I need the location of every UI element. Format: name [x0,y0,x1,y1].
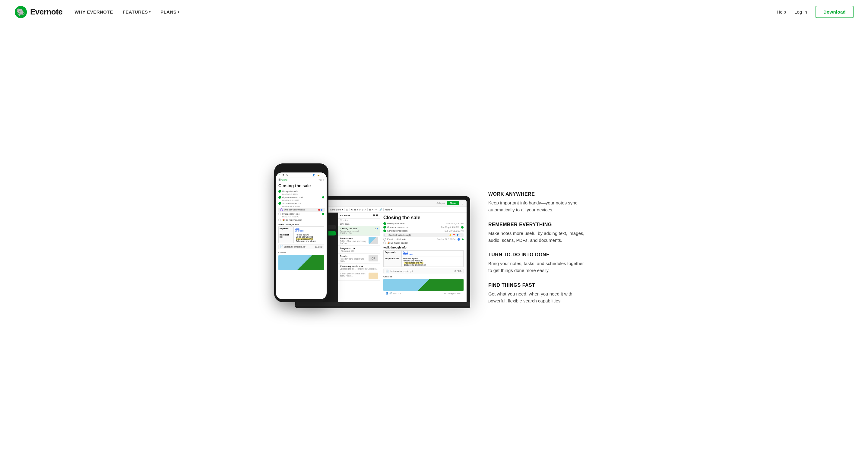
note-item-title-3: Programs ▲ ◉ [340,247,378,250]
phone-paperwork-content: Deed Bill of sale [294,227,324,233]
task-label-5: Finalize bill of sale [387,238,406,241]
note-item-dog[interactable]: 5 hours per day. Space hours apart. Plea… [338,272,380,281]
logo-area[interactable]: 🐘 Evernote [14,6,62,19]
phone-share-icon[interactable]: 🔒 [317,174,320,177]
bullet-list-icon[interactable]: ☰ [369,208,371,211]
phone-task-6[interactable]: 🎉 Do happy dance! [276,218,327,222]
filter-icon[interactable]: ⊟ [373,214,375,217]
sans-serif-selector[interactable]: Sans Serif [330,208,341,211]
phone-deed-link[interactable]: Deed [294,227,323,229]
table-row-paperwork: Paperwork Deed Bill of sale [384,251,464,257]
phone-task-cb-3[interactable] [278,202,281,205]
footer-user-name: Yuki T. [393,292,399,294]
highlight-color-icon[interactable]: A [365,208,366,211]
indent-icon[interactable]: ⇥ [375,208,377,211]
more-format-button[interactable]: More [385,208,390,211]
task-bell-icon[interactable]: 🔔 [449,234,452,236]
phone-bill-link[interactable]: Bill of sale [294,230,323,232]
task-label-3: Schedule inspection [387,229,407,232]
phone-task-5[interactable]: Finalize bill of sale [276,212,327,216]
note-item-preferences[interactable]: Preferences Bohlen: Must have an overday… [338,236,380,246]
phone-redo-icon[interactable]: ↻ [286,174,288,177]
attachment-row[interactable]: 📄 Last round of repairs.pdf 13.2 MB [383,268,464,274]
deed-link[interactable]: Deed [403,251,462,253]
phone-task-cb-2[interactable] [278,196,281,199]
logo-text: Evernote [30,7,62,17]
help-link[interactable]: Help [777,9,786,14]
phone-attachment[interactable]: 📄 Last round of repairs.pdf 13.2 MB [278,244,324,249]
phone-more-icon[interactable]: ⋯ [322,174,324,177]
task-checkbox-1[interactable] [383,222,386,225]
phone-device: ✓ ↺ ↻ 👤 🔒 ⋯ 📓 Clients Yuki T. [274,163,329,302]
phone-task-cb-6[interactable] [278,219,281,221]
phone-section-title: Walk-through info [276,222,327,226]
layout-icon[interactable]: ⊞ [376,214,378,217]
nav-features[interactable]: FEATURES ▾ [123,9,151,14]
note-item-programs[interactable]: Programs ▲ ◉ · Pickups at 5:30 [338,246,380,254]
text-format-icon[interactable]: ⚙ [351,208,353,211]
bold-icon[interactable]: B [354,208,356,211]
phone-undo-icon[interactable]: ↺ [282,174,284,177]
phone-notebook-name: Clients [281,179,287,181]
link-icon[interactable]: 🔗 [379,208,382,211]
phone-task-4[interactable]: One last walk-through [278,208,325,212]
note-item-upcoming[interactable]: Upcoming Needs ▲ ◉ Uploading to-do 77 Pi… [338,263,380,272]
feature-desc-3: Bring your notes, tasks, and schedules t… [488,260,585,274]
task-3[interactable]: Schedule inspection Due May 21, 2:30 PM [383,229,464,232]
login-link[interactable]: Log In [795,9,807,14]
feature-find-fast: FIND THINGS FAST Get what you need, when… [488,283,585,305]
notes-date-group: JUN 2021 [338,222,380,226]
phone-header: ✓ ↺ ↻ 👤 🔒 ⋯ [276,172,327,178]
phone-task-date-1: Due Apr 3, 5:30 PM [276,193,327,195]
nav-why-evernote[interactable]: WHY EVERNOTE [74,9,113,14]
phone-task-cb-5[interactable] [278,213,281,215]
share-button[interactable]: Share [447,201,459,206]
only-you-label: Only you [436,202,445,204]
phone-task-dot-green-2 [322,196,324,198]
task-label-1: Renegotiate offer [387,222,404,225]
task-flag-icon[interactable]: 🚩 [453,234,456,236]
task-user-icon[interactable]: 👤 [456,234,459,236]
task-label-4: One last walk-through| [389,234,411,236]
note-item-title: Closing the sale [340,227,374,230]
phone-task-date-3: Due May 21, 2:30 PM [276,206,327,208]
task-5[interactable]: Finalize bill of sale Due Jun 24, 5:30 P… [383,238,464,241]
task-date-2: Due May 8, 4:30 PM [441,226,459,228]
phone-task-1[interactable]: Renegotiate-offer [276,189,327,193]
phone-user-abbr: Yuki T. [318,179,324,181]
laptop-note-content: Closing the sale Renegotiate offer Due A… [380,213,467,302]
task-6[interactable]: 🎉 Do happy dance! [383,242,464,244]
numbered-list-icon[interactable]: ≡ [372,208,373,211]
note-item-title-2: Preferences [340,237,367,240]
task-checkbox-3[interactable] [383,229,386,232]
phone-task-3[interactable]: Schedule-inspection [276,201,327,206]
task-checkbox-2[interactable] [383,226,386,228]
note-item-sub-3: · Pickups at 5:30 [340,250,378,252]
sort-icon[interactable]: ↕ [370,214,372,217]
task-1[interactable]: Renegotiate offer Due Apr 3, 5:30 PM [383,222,464,225]
phone-user-icon[interactable]: 👤 [312,174,315,177]
all-notes-label: All Notes [340,214,350,217]
download-button[interactable]: Download [815,6,854,18]
bill-of-sale-link[interactable]: Bill of sale [403,254,462,256]
underline-icon[interactable]: U [359,208,361,211]
task-checkbox-5[interactable] [383,238,386,241]
note-item-details[interactable]: Details Report by Tom: check traffic nea… [338,254,380,263]
task-more-icon[interactable]: ⋯ [460,234,462,236]
nav-plans[interactable]: PLANS ▾ [160,9,180,14]
task-2[interactable]: Open escrow account Due May 8, 4:30 PM [383,226,464,228]
phone-task-2[interactable]: Open-escrow-account [276,195,327,199]
footer-chevron[interactable]: ▾ [400,292,401,294]
phone-task-cb-4[interactable] [280,208,283,211]
more-options-icon[interactable]: ⋮ [461,201,464,205]
task-checkbox-6[interactable] [383,242,386,244]
note-item-closing[interactable]: Closing the sale Open escrow account 1:3… [338,226,380,236]
task-checkbox-4[interactable] [384,234,387,236]
phone-task-cb-1[interactable] [278,190,281,193]
italic-icon[interactable]: I [357,208,358,211]
note-footer: 👤 🔗 Yuki T. ▾ All changes saved [383,291,464,295]
font-size-selector[interactable]: 30 [346,208,348,211]
strikethrough-icon[interactable]: S [362,208,364,211]
task-4[interactable]: One last walk-through| 🔔 🚩 👤 ⋯ [383,233,464,237]
more-format-chevron: ▾ [391,208,392,211]
